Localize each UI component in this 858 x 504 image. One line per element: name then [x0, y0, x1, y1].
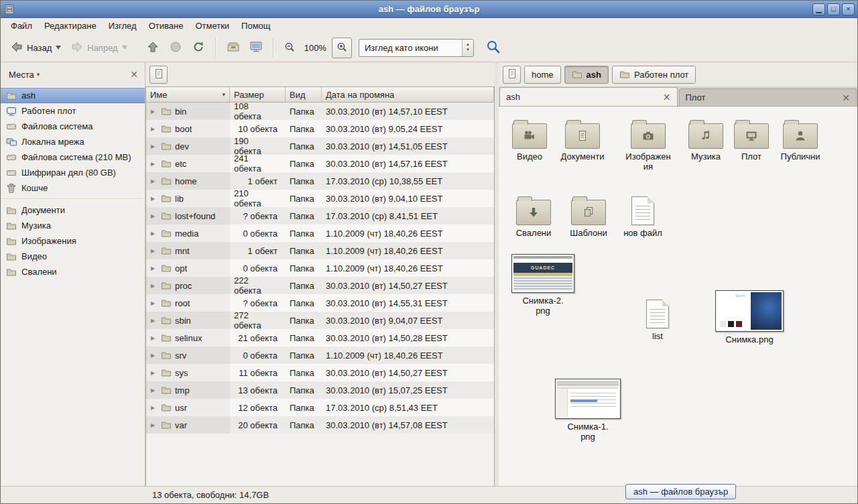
minimize-button[interactable]: ▁ [812, 3, 825, 15]
stop-button[interactable] [165, 37, 186, 59]
table-row[interactable]: ▶usr12 обектаПапка17.03.2010 (ср) 8,51,4… [146, 399, 494, 416]
search-button[interactable] [482, 36, 505, 60]
table-row[interactable]: ▶home1 обектПапка17.03.2010 (ср) 10,38,5… [146, 172, 494, 190]
menu-item-0[interactable]: Файл [5, 19, 38, 32]
taskbar-window-button[interactable]: ash — файлов браузър [625, 484, 736, 499]
sidebar-item-8[interactable]: Документи [1, 202, 145, 218]
expander-icon[interactable]: ▶ [151, 335, 158, 341]
icon-item-12[interactable]: Снимка-1. png [557, 379, 619, 442]
column-header-3[interactable]: Дата на промяна [322, 87, 494, 102]
expander-icon[interactable]: ▶ [151, 196, 158, 202]
menu-item-5[interactable]: Помощ [235, 19, 276, 32]
table-row[interactable]: ▶boot10 обектаПапка30.03.2010 (вт) 9,05,… [146, 120, 494, 137]
sidebar-item-11[interactable]: Видео [1, 249, 145, 264]
table-row[interactable]: ▶sys11 обектаПапка30.03.2010 (вт) 14,50,… [146, 364, 494, 381]
home-button[interactable] [223, 37, 244, 59]
sidebar-item-9[interactable]: Музика [1, 218, 145, 233]
sidebar-caret-icon[interactable]: ▾ [37, 71, 40, 78]
expander-icon[interactable]: ▶ [151, 143, 158, 149]
location-toggle-button-2[interactable] [503, 66, 521, 84]
expander-icon[interactable]: ▶ [151, 178, 158, 184]
titlebar[interactable]: ash — файлов браузър ▁ □ × [1, 1, 857, 18]
reload-button[interactable] [188, 37, 209, 59]
icon-item-5[interactable]: Публични [770, 119, 831, 162]
table-row[interactable]: ▶lib210 обектаПапка30.03.2010 (вт) 9,04,… [146, 190, 494, 207]
sort-indicator-icon[interactable]: ▾ [219, 91, 225, 98]
zoom-in-button[interactable] [332, 38, 352, 58]
tab-Плот[interactable]: Плот✕ [679, 88, 857, 106]
menu-item-2[interactable]: Изглед [103, 19, 143, 32]
sidebar-item-10[interactable]: Изображения [1, 233, 145, 249]
table-row[interactable]: ▶root? обектаПапка30.03.2010 (вт) 14,55,… [146, 294, 494, 312]
icon-item-1[interactable]: Документи [552, 119, 613, 162]
expander-icon[interactable]: ▶ [151, 283, 158, 289]
expander-icon[interactable]: ▶ [151, 126, 158, 132]
expander-icon[interactable]: ▶ [151, 213, 158, 219]
back-button[interactable]: Назад [6, 37, 65, 59]
expander-icon[interactable]: ▶ [151, 109, 158, 115]
table-row[interactable]: ▶lost+found? обектаПапка17.03.2010 (ср) … [146, 207, 494, 225]
expander-icon[interactable]: ▶ [151, 387, 158, 393]
icon-item-11[interactable]: GNOME StoreСнимка.png [719, 290, 780, 344]
table-row[interactable]: ▶mnt1 обектПапка1.10.2009 (чт) 18,40,26 … [146, 242, 494, 259]
expander-icon[interactable]: ▶ [151, 405, 158, 411]
zoom-out-button[interactable] [280, 38, 299, 58]
table-row[interactable]: ▶etc241 обектаПапка30.03.2010 (вт) 14,57… [146, 155, 494, 172]
table-row[interactable]: ▶opt0 обектаПапка1.10.2009 (чт) 18,40,26… [146, 259, 494, 277]
sidebar-item-12[interactable]: Свалени [1, 264, 145, 279]
expander-icon[interactable]: ▶ [151, 353, 158, 359]
combo-spinner-icon[interactable]: ▲▼ [462, 40, 473, 56]
breadcrumb-ash[interactable]: ash [564, 66, 609, 84]
icon-view[interactable]: ВидеоДокументиИзображен ияМузикаПлотПубл… [499, 107, 857, 486]
tab-close-icon[interactable]: ✕ [842, 93, 850, 103]
expander-icon[interactable]: ▶ [151, 231, 158, 237]
sidebar-item-6[interactable]: Кошче [1, 180, 145, 196]
expander-icon[interactable]: ▶ [151, 265, 158, 271]
expander-icon[interactable]: ▶ [151, 300, 158, 306]
column-header-2[interactable]: Вид [286, 87, 322, 102]
column-header-0[interactable]: Име▾ [146, 87, 230, 102]
icon-item-8[interactable]: нов файл [612, 196, 674, 238]
breadcrumb-Работен плот[interactable]: Работен плот [612, 66, 696, 84]
expander-icon[interactable]: ▶ [151, 161, 158, 167]
location-toggle-button[interactable] [149, 66, 168, 84]
icon-item-6[interactable]: Свалени [503, 195, 564, 238]
sidebar-item-2[interactable]: Файлова система [1, 119, 145, 134]
table-row[interactable]: ▶var20 обектаПапка30.03.2010 (вт) 14,57,… [146, 416, 494, 434]
expander-icon[interactable]: ▶ [151, 318, 158, 324]
breadcrumb-home[interactable]: home [524, 66, 561, 84]
computer-button[interactable] [245, 37, 267, 59]
column-header-1[interactable]: Размер [230, 87, 286, 102]
table-row[interactable]: ▶dev190 обектаПапка30.03.2010 (вт) 14,51… [146, 137, 494, 155]
table-row[interactable]: ▶selinux21 обектаПапка30.03.2010 (вт) 14… [146, 329, 494, 346]
forward-button[interactable]: Напред [66, 37, 131, 59]
table-row[interactable]: ▶bin108 обектаПапка30.03.2010 (вт) 14,57… [146, 103, 494, 120]
sidebar-item-5[interactable]: Шифриран дял (80 GB) [1, 165, 145, 180]
icon-item-10[interactable]: list [627, 300, 688, 341]
tab-ash[interactable]: ash✕ [499, 87, 678, 106]
icon-item-2[interactable]: Изображен ия [617, 119, 679, 172]
sidebar-title[interactable]: Места [9, 70, 34, 80]
sidebar-item-1[interactable]: Работен плот [1, 103, 145, 119]
up-button[interactable] [142, 37, 164, 59]
table-row[interactable]: ▶srv0 обектаПапка1.10.2009 (чт) 18,40,26… [146, 346, 494, 364]
close-button[interactable]: × [842, 3, 855, 15]
table-row[interactable]: ▶proc222 обектаПапка30.03.2010 (вт) 14,5… [146, 277, 494, 294]
sidebar-item-4[interactable]: Файлова система (210 MB) [1, 149, 145, 165]
sidebar-item-0[interactable]: ash [1, 88, 145, 103]
menu-item-4[interactable]: Отметки [189, 19, 235, 32]
table-row[interactable]: ▶tmp13 обектаПапка30.03.2010 (вт) 15,07,… [146, 381, 494, 399]
sidebar-item-3[interactable]: Локална мрежа [1, 134, 145, 149]
table-row[interactable]: ▶sbin272 обектаПапка30.03.2010 (вт) 9,04… [146, 312, 494, 329]
sidebar-close-icon[interactable]: ✕ [130, 70, 138, 79]
view-mode-select[interactable]: Изглед като икони ▲▼ [359, 39, 474, 57]
table-row[interactable]: ▶media0 обектаПапка1.10.2009 (чт) 18,40,… [146, 225, 494, 242]
menu-item-1[interactable]: Редактиране [38, 19, 103, 32]
expander-icon[interactable]: ▶ [151, 248, 158, 254]
expander-icon[interactable]: ▶ [151, 422, 158, 428]
icon-item-9[interactable]: GUADECСнимка-2. png [512, 254, 574, 316]
expander-icon[interactable]: ▶ [151, 370, 158, 376]
maximize-button[interactable]: □ [827, 3, 840, 15]
icon-item-7[interactable]: Шаблони [558, 195, 619, 238]
tab-close-icon[interactable]: ✕ [663, 92, 671, 102]
